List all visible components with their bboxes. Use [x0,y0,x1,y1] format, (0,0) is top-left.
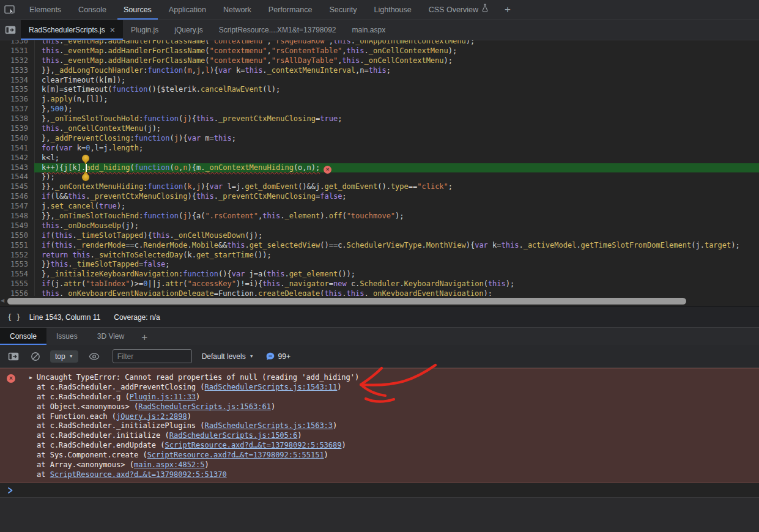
default-levels-dropdown[interactable]: Default levels ▼ [202,352,254,361]
line-number[interactable]: 1549 [0,221,28,231]
stack-link[interactable]: jQuery.js:2:2898 [116,412,187,421]
tab-application[interactable]: Application [160,0,215,20]
line-number[interactable]: 1543 [0,163,28,173]
drawer-tab-issues[interactable]: Issues [46,328,87,345]
code-line-1551[interactable]: 1551if(this._renderMode==c.RenderMode.Mo… [0,241,759,251]
console-prompt[interactable] [0,483,759,497]
clear-console-icon[interactable] [28,349,43,364]
expand-triangle-icon[interactable]: ▶ [29,373,32,383]
tab-sources[interactable]: Sources [115,0,160,20]
stack-link[interactable]: RadSchedulerScripts.js:1505:6 [169,431,298,440]
tab-css-overview[interactable]: CSS Overview [420,0,497,20]
scrollbar-thumb[interactable] [7,298,686,305]
line-number[interactable]: 1554 [0,270,28,279]
issues-counter[interactable]: 99+ [266,352,291,361]
code-line-1537[interactable]: 1537},500); [0,105,759,114]
code-line-1553[interactable]: 1553}}this._timeSlotTapped=false; [0,260,759,270]
line-number[interactable]: 1536 [0,95,28,105]
code-line-1530[interactable]: 1530this._eventMap.addHandlerForClassNam… [0,40,759,46]
file-tab-main-aspx[interactable]: main.aspx [344,20,394,40]
line-number[interactable]: 1538 [0,114,28,124]
code-line-1542[interactable]: 1542k<l; [0,153,759,163]
close-icon[interactable]: × [110,26,115,34]
code-line-1543[interactable]: 1543k++){j[k].add_hiding(function(o,n){m… [0,163,759,173]
line-number[interactable]: 1555 [0,279,28,289]
code-line-1545[interactable]: 1545}},_onContextMenuHiding:function(k,j… [0,182,759,192]
inline-error-icon[interactable]: × [324,166,331,174]
file-tab-jquery-js[interactable]: jQuery.js [166,20,210,40]
code-line-1552[interactable]: 1552return this._switchToSelectedDay(k.g… [0,251,759,260]
code-line-1546[interactable]: 1546if(l&&this._preventCtxMenuClosing){t… [0,192,759,202]
tab-performance[interactable]: Performance [260,0,321,20]
line-number[interactable]: 1530 [0,40,28,46]
line-number[interactable]: 1541 [0,144,28,153]
line-number[interactable]: 1533 [0,66,28,76]
line-number[interactable]: 1552 [0,251,28,260]
code-line-1538[interactable]: 1538},_onTimeSlotTouchHold:function(j){t… [0,114,759,124]
code-line-1531[interactable]: 1531this._eventMap.addHandlerForClassNam… [0,46,759,56]
pretty-print-icon[interactable]: { } [7,313,21,322]
stack-link[interactable]: RadSchedulerScripts.js:1543:11 [205,383,338,391]
console-filter-input[interactable] [113,349,192,363]
code-line-1534[interactable]: 1534clearTimeout(k[m]); [0,76,759,86]
line-number[interactable]: 1548 [0,212,28,221]
line-number[interactable]: 1535 [0,85,28,95]
code-line-1547[interactable]: 1547j.set_cancel(true); [0,202,759,212]
stack-link[interactable]: RadSchedulerScripts.js:1563:3 [205,421,333,430]
add-drawer-tab-button[interactable]: + [134,328,155,345]
code-line-1541[interactable]: 1541for(var k=0,l=j.length; [0,144,759,153]
line-number[interactable]: 1550 [0,231,28,241]
tab-network[interactable]: Network [215,0,260,20]
tab-elements[interactable]: Elements [21,0,70,20]
stack-link[interactable]: ScriptResource.axd?d…&t=13798092:5:53689 [165,441,342,449]
code-line-1549[interactable]: 1549this._onDocMouseUp(j); [0,221,759,231]
drawer-tab-console[interactable]: Console [0,328,46,345]
file-tab-plugin-js[interactable]: Plugin.js [123,20,166,40]
horizontal-scrollbar[interactable]: ◀ [0,296,759,306]
code-line-1535[interactable]: 1535k[m]=setTimeout(function(){$telerik.… [0,85,759,95]
stack-link[interactable]: Plugin.js:11:33 [130,393,196,401]
code-line-1554[interactable]: 1554},_initializeKeyboardNavigation:func… [0,270,759,279]
line-number[interactable]: 1544 [0,172,28,182]
code-line-1555[interactable]: 1555if(j.attr("tabIndex")>=0||j.attr("ac… [0,279,759,289]
line-number[interactable]: 1531 [0,46,28,56]
file-tab-scriptresource-xm1-t-13798092[interactable]: ScriptResource....XM1&t=13798092 [211,20,344,40]
line-number[interactable]: 1545 [0,182,28,192]
code-line-1540[interactable]: 1540},_addPreventClosing:function(j){var… [0,134,759,144]
code-line-1556[interactable]: 1556this._onKeyboardEventNavigationDeleg… [0,289,759,296]
line-number[interactable]: 1542 [0,153,28,163]
line-number[interactable]: 1546 [0,192,28,202]
code-line-1536[interactable]: 1536j.apply(n,[l]); [0,95,759,105]
line-number[interactable]: 1547 [0,202,28,212]
console-sidebar-icon[interactable] [6,349,21,364]
line-number[interactable]: 1556 [0,289,28,296]
code-line-1532[interactable]: 1532this._eventMap.addHandlerForClassNam… [0,56,759,66]
more-panels-button[interactable]: + [497,0,518,20]
stack-link[interactable]: main.aspx:4852:5 [134,460,205,469]
file-tab-radschedulerscripts-js[interactable]: RadSchedulerScripts.js× [21,20,123,40]
tab-lighthouse[interactable]: Lighthouse [366,0,420,20]
code-line-1548[interactable]: 1548}},_onTimeSlotTouchEnd:function(j){a… [0,212,759,221]
show-navigator-icon[interactable] [0,20,21,40]
inspect-element-icon[interactable] [0,0,21,20]
selection-handle-top[interactable] [82,155,89,162]
line-number[interactable]: 1539 [0,124,28,134]
context-selector[interactable]: top ▼ [50,350,78,363]
tab-security[interactable]: Security [320,0,365,20]
scroll-left-arrow-icon[interactable]: ◀ [1,298,4,303]
tab-console[interactable]: Console [70,0,115,20]
code-line-1550[interactable]: 1550if(this._timeSlotTapped){this._onCel… [0,231,759,241]
drawer-tab-3d-view[interactable]: 3D View [87,328,134,345]
stack-link[interactable]: RadSchedulerScripts.js:1563:61 [138,402,271,411]
stack-link[interactable]: ScriptResource.axd?d…&t=13798092:5:55151 [147,451,324,459]
live-expression-eye-icon[interactable] [87,349,102,364]
selection-handle-bottom[interactable] [82,174,89,181]
code-line-1533[interactable]: 1533}},_addLongTouchHandler:function(m,j… [0,66,759,76]
code-editor[interactable]: 1530this._eventMap.addHandlerForClassNam… [0,40,759,296]
code-line-1539[interactable]: 1539this._onCellContextMenu(j); [0,124,759,134]
line-number[interactable]: 1532 [0,56,28,66]
line-number[interactable]: 1537 [0,105,28,114]
line-number[interactable]: 1553 [0,260,28,270]
line-number[interactable]: 1540 [0,134,28,144]
line-number[interactable]: 1534 [0,76,28,86]
